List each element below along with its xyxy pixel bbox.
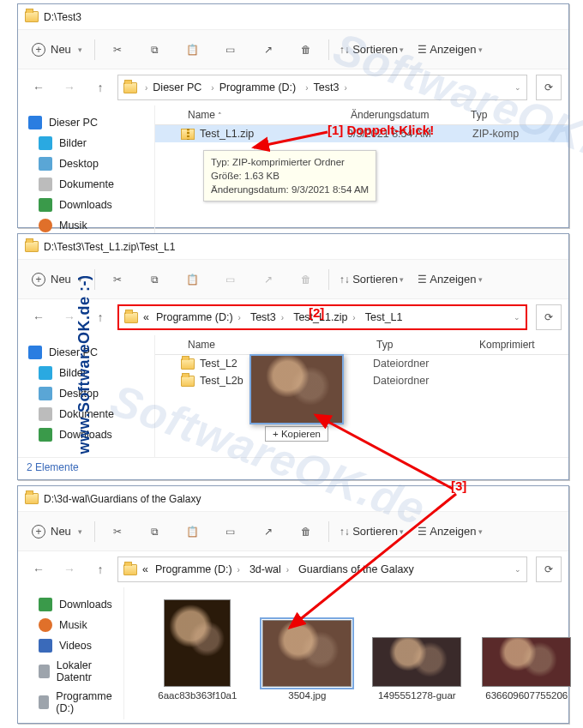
col-komp[interactable]: Komprimiert: [472, 339, 542, 351]
titlebar[interactable]: D:\Test3\Test_L1.zip\Test_L1: [18, 234, 568, 260]
refresh-button[interactable]: ⟳: [536, 75, 562, 100]
desktop-icon: [39, 157, 52, 171]
refresh-button[interactable]: ⟳: [536, 304, 562, 330]
paste-button[interactable]: 📋: [174, 34, 212, 65]
share-button[interactable]: ↗: [249, 34, 287, 65]
scissors-icon: ✂: [113, 44, 122, 56]
rename-icon: ▭: [225, 44, 235, 56]
thumbnail: [164, 599, 231, 687]
view-button[interactable]: ☰ Anzeigen▾: [411, 264, 490, 295]
window-title: D:\Test3: [44, 11, 81, 23]
sidebar-item-downloads[interactable]: Downloads: [21, 195, 151, 215]
address-bar[interactable]: ›Dieser PC ›Programme (D:) ›Test3› ⌄: [117, 75, 527, 100]
download-icon: [39, 198, 52, 212]
sort-button[interactable]: ↑↓ Sortieren▾: [333, 34, 411, 65]
forward-button[interactable]: →: [56, 74, 83, 101]
share-button[interactable]: ↗: [249, 264, 287, 295]
new-button[interactable]: + Neu ▾: [23, 34, 91, 65]
sidebar-item-musik[interactable]: Musik: [21, 615, 120, 635]
chevron-down-icon[interactable]: ⌄: [514, 565, 521, 574]
drag-label: + Kopieren: [265, 426, 328, 442]
thumbnail: [372, 637, 461, 687]
file-tooltip: Typ: ZIP-komprimierter Ordner Größe: 1.6…: [203, 150, 376, 202]
cut-button[interactable]: ✂: [99, 34, 136, 65]
status-bar: 2 Elemente: [18, 457, 568, 477]
sidebar-item-downloads[interactable]: Downloads: [21, 594, 120, 615]
copy-button[interactable]: ⧉: [136, 516, 174, 547]
copy-button[interactable]: ⧉: [136, 34, 174, 65]
folder-icon: [123, 82, 137, 93]
watermark-side: www.SoftwareOK.de :-): [75, 274, 93, 454]
up-button[interactable]: ↑: [87, 556, 114, 583]
pictures-icon: [39, 136, 52, 150]
delete-button[interactable]: 🗑: [287, 264, 325, 295]
file-item[interactable]: 1495551278-guar: [370, 637, 464, 701]
chevron-down-icon[interactable]: ⌄: [514, 313, 520, 322]
share-button[interactable]: ↗: [249, 516, 287, 547]
chevron-down-icon: ▾: [78, 45, 82, 54]
view-button[interactable]: ☰ Anzeigen▾: [411, 34, 490, 65]
sidebar-item-videos[interactable]: Videos: [21, 635, 120, 656]
forward-button[interactable]: →: [56, 556, 83, 583]
col-date[interactable]: Änderungsdatum: [344, 109, 464, 121]
rename-button[interactable]: ▭: [212, 34, 249, 65]
cut-button[interactable]: ✂: [99, 264, 136, 295]
col-type[interactable]: Typ: [370, 339, 472, 351]
trash-icon: 🗑: [301, 44, 311, 56]
pc-icon: [28, 116, 42, 129]
col-type[interactable]: Typ: [464, 109, 494, 121]
file-item[interactable]: 636609607755206: [479, 637, 574, 701]
sidebar-item-dokumente[interactable]: Dokumente: [21, 174, 151, 195]
address-bar[interactable]: « Programme (D:)› 3d-wal› Guardians of t…: [117, 557, 527, 582]
folder-icon: [25, 11, 39, 22]
up-button[interactable]: ↑: [87, 74, 114, 101]
refresh-button[interactable]: ⟳: [536, 557, 562, 582]
folder-row[interactable]: Test_L2 Dateiordner: [155, 355, 568, 372]
rename-button[interactable]: ▭: [212, 516, 249, 547]
back-button[interactable]: ←: [25, 304, 52, 331]
plus-icon: +: [32, 43, 45, 57]
file-pane[interactable]: 6aac83b363f10a1 3504.jpg 1495551278-guar…: [124, 587, 574, 719]
folder-icon: [181, 376, 195, 387]
address-bar[interactable]: « Programme (D:)› Test3› Test_L1.zip› Te…: [117, 304, 527, 330]
sidebar-item-pc[interactable]: Dieser PC: [21, 112, 151, 133]
titlebar[interactable]: D:\3d-wal\Guardians of the Galaxy: [18, 486, 568, 512]
copy-icon: ⧉: [151, 44, 159, 56]
col-name[interactable]: Name: [181, 339, 370, 351]
sidebar-item-lokaler[interactable]: Lokaler Datentr: [21, 656, 120, 687]
delete-button[interactable]: 🗑: [287, 516, 325, 547]
file-pane[interactable]: Name Typ Komprimiert Test_L2 Dateiordner…: [155, 335, 568, 457]
thumbnail: [262, 620, 352, 687]
folder-row[interactable]: Test_L2b Dateiordner: [155, 372, 568, 389]
sidebar-item-desktop[interactable]: Desktop: [21, 153, 151, 174]
chevron-down-icon[interactable]: ⌄: [514, 83, 521, 92]
zip-icon: [181, 129, 195, 140]
document-icon: [39, 177, 52, 191]
delete-button[interactable]: 🗑: [287, 34, 325, 65]
explorer-window-1: D:\Test3 + Neu ▾ ✂ ⧉ 📋 ▭ ↗ 🗑 ↑↓ Sortiere…: [17, 3, 569, 228]
sidebar-item-bilder[interactable]: Bilder: [21, 133, 151, 153]
new-button[interactable]: +Neu▾: [23, 516, 91, 547]
col-name[interactable]: Name ˄: [181, 109, 344, 121]
rename-button[interactable]: ▭: [212, 264, 249, 295]
paste-button[interactable]: 📋: [174, 516, 212, 547]
clipboard-icon: 📋: [186, 44, 199, 56]
back-button[interactable]: ←: [25, 556, 52, 583]
copy-button[interactable]: ⧉: [136, 264, 174, 295]
sort-button[interactable]: ↑↓ Sortieren▾: [333, 516, 411, 547]
sort-button[interactable]: ↑↓ Sortieren▾: [333, 264, 411, 295]
file-item[interactable]: 3504.jpg: [260, 620, 354, 701]
folder-icon: [123, 564, 137, 575]
toolbar: + Neu ▾ ✂ ⧉ 📋 ▭ ↗ 🗑 ↑↓ Sortieren▾ ☰ Anze…: [18, 30, 568, 69]
sidebar: Dieser PC Bilder Desktop Dokumente Downl…: [18, 105, 155, 243]
back-button[interactable]: ←: [25, 74, 52, 101]
cut-button[interactable]: ✂: [99, 516, 136, 547]
titlebar[interactable]: D:\Test3: [18, 4, 568, 30]
file-item[interactable]: 6aac83b363f10a1: [150, 599, 244, 701]
file-row[interactable]: Test_L1.zip 9/3/2021 8:54 AM ZIP-komp: [155, 125, 568, 142]
view-button[interactable]: ☰ Anzeigen▾: [411, 516, 490, 547]
file-pane[interactable]: Name ˄ Änderungsdatum Typ Test_L1.zip 9/…: [155, 105, 568, 243]
paste-button[interactable]: 📋: [174, 264, 212, 295]
sidebar-item-programme[interactable]: Programme (D:): [21, 687, 120, 718]
drag-thumbnail: [249, 354, 344, 424]
